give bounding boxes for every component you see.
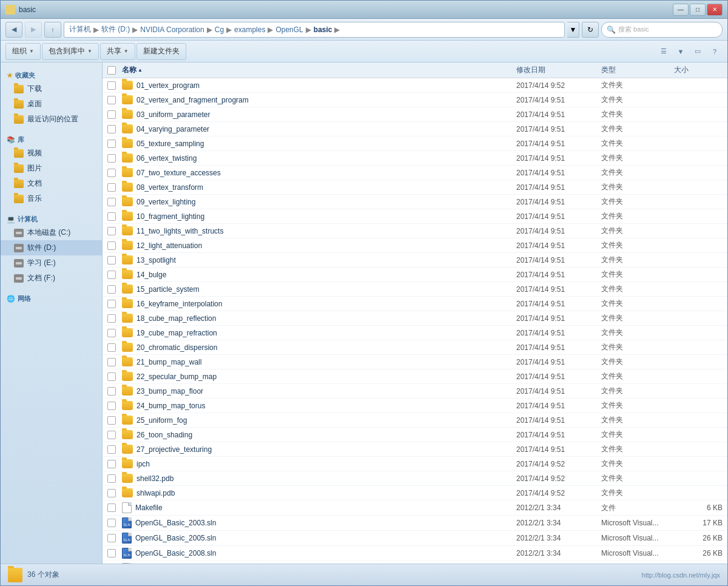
header-size[interactable]: 大小 xyxy=(674,65,723,75)
row-checkbox[interactable] xyxy=(107,110,116,119)
row-checkbox[interactable] xyxy=(107,489,116,497)
row-checkbox[interactable] xyxy=(107,169,116,177)
row-checkbox[interactable] xyxy=(107,227,116,235)
sidebar-item-f-drive[interactable]: 文档 (F:) xyxy=(1,271,102,286)
table-row[interactable]: 27_projective_texturing 2017/4/14 9:51 文… xyxy=(103,442,727,457)
new-folder-button[interactable]: 新建文件夹 xyxy=(136,43,186,60)
sidebar-item-pictures[interactable]: 图片 xyxy=(1,161,102,176)
row-checkbox[interactable] xyxy=(107,445,116,454)
preview-pane-button[interactable]: ▭ xyxy=(690,45,706,58)
row-checkbox[interactable] xyxy=(107,183,116,192)
share-button[interactable]: 共享 ▼ xyxy=(100,43,135,60)
forward-button[interactable]: ▶ xyxy=(25,22,42,38)
table-row[interactable]: SLN OpenGL_Basic_2003.sln 2012/2/1 3:34 … xyxy=(103,516,727,531)
search-box[interactable]: 🔍 搜索 basic xyxy=(601,22,723,38)
maximize-button[interactable]: □ xyxy=(690,4,706,16)
table-row[interactable]: SLN OpenGL_Basic_2005.sln 2012/2/1 3:34 … xyxy=(103,531,727,546)
table-row[interactable]: 05_texture_sampling 2017/4/14 9:51 文件夹 xyxy=(103,136,727,151)
sidebar-item-documents[interactable]: 文档 xyxy=(1,176,102,191)
table-row[interactable]: 02_vertex_and_fragment_program 2017/4/14… xyxy=(103,93,727,107)
row-checkbox[interactable] xyxy=(107,358,116,366)
address-dropdown-button[interactable]: ▼ xyxy=(567,22,579,38)
row-checkbox[interactable] xyxy=(107,431,116,439)
row-checkbox[interactable] xyxy=(107,81,116,90)
table-row[interactable]: Makefile 2012/2/1 3:34 文件 6 KB xyxy=(103,500,727,516)
sidebar-item-desktop[interactable]: 桌面 xyxy=(1,96,102,112)
row-checkbox[interactable] xyxy=(107,241,116,250)
table-row[interactable]: 03_uniform_parameter 2017/4/14 9:51 文件夹 xyxy=(103,107,727,122)
table-row[interactable]: 25_uniform_fog 2017/4/14 9:51 文件夹 xyxy=(103,413,727,428)
row-checkbox[interactable] xyxy=(107,212,116,221)
table-row[interactable]: 08_vertex_transform 2017/4/14 9:51 文件夹 xyxy=(103,180,727,195)
minimize-button[interactable]: — xyxy=(673,4,689,16)
table-row[interactable]: 15_particle_system 2017/4/14 9:51 文件夹 xyxy=(103,282,727,297)
row-checkbox[interactable] xyxy=(107,314,116,323)
row-checkbox[interactable] xyxy=(107,460,116,468)
table-row[interactable]: 04_varying_parameter 2017/4/14 9:51 文件夹 xyxy=(103,122,727,136)
select-all-checkbox[interactable] xyxy=(107,66,116,75)
row-checkbox[interactable] xyxy=(107,198,116,206)
row-checkbox[interactable] xyxy=(107,329,116,337)
row-checkbox[interactable] xyxy=(107,256,116,264)
table-row[interactable]: 20_chromatic_dispersion 2017/4/14 9:51 文… xyxy=(103,340,727,355)
table-row[interactable]: shlwapi.pdb 2017/4/14 9:52 文件夹 xyxy=(103,486,727,500)
organize-button[interactable]: 组织 ▼ xyxy=(5,43,41,60)
table-row[interactable]: 06_vertex_twisting 2017/4/14 9:51 文件夹 xyxy=(103,151,727,166)
table-row[interactable]: ipch 2017/4/14 9:52 文件夹 xyxy=(103,457,727,471)
row-checkbox[interactable] xyxy=(107,285,116,294)
table-row[interactable]: 24_bump_map_torus 2017/4/14 9:51 文件夹 xyxy=(103,399,727,413)
sidebar-item-video[interactable]: 视频 xyxy=(1,146,102,161)
table-row[interactable]: 21_bump_map_wall 2017/4/14 9:51 文件夹 xyxy=(103,355,727,369)
table-row[interactable]: 19_cube_map_refraction 2017/4/14 9:51 文件… xyxy=(103,326,727,340)
address-path[interactable]: 计算机 ▶ 软件 (D:) ▶ NVIDIA Corporation ▶ Cg … xyxy=(64,22,565,38)
view-dropdown-button[interactable]: ▼ xyxy=(673,45,689,58)
row-checkbox[interactable] xyxy=(107,474,116,483)
up-button[interactable]: ↑ xyxy=(44,22,61,38)
sidebar-item-d-drive[interactable]: 软件 (D:) xyxy=(1,240,102,255)
row-checkbox[interactable] xyxy=(107,416,116,425)
header-date[interactable]: 修改日期 xyxy=(516,65,601,75)
table-row[interactable]: 09_vertex_lighting 2017/4/14 9:51 文件夹 xyxy=(103,195,727,209)
row-checkbox[interactable] xyxy=(107,387,116,396)
row-checkbox[interactable] xyxy=(107,372,116,381)
row-checkbox[interactable] xyxy=(107,300,116,308)
row-checkbox[interactable] xyxy=(107,519,116,527)
table-row[interactable]: 07_two_texture_accesses 2017/4/14 9:51 文… xyxy=(103,166,727,180)
row-checkbox[interactable] xyxy=(107,271,116,279)
back-button[interactable]: ◀ xyxy=(5,22,22,38)
table-row[interactable]: 12_light_attenuation 2017/4/14 9:51 文件夹 xyxy=(103,238,727,253)
sidebar-item-e-drive[interactable]: 学习 (E:) xyxy=(1,255,102,271)
table-row[interactable]: 23_bump_map_floor 2017/4/14 9:51 文件夹 xyxy=(103,384,727,399)
row-checkbox[interactable] xyxy=(107,402,116,410)
table-row[interactable]: 13_spotlight 2017/4/14 9:51 文件夹 xyxy=(103,253,727,268)
row-checkbox[interactable] xyxy=(107,125,116,133)
table-row[interactable]: 14_bulge 2017/4/14 9:51 文件夹 xyxy=(103,268,727,282)
row-checkbox[interactable] xyxy=(107,549,116,557)
row-checkbox[interactable] xyxy=(107,154,116,163)
table-row[interactable]: 26_toon_shading 2017/4/14 9:51 文件夹 xyxy=(103,428,727,442)
table-row[interactable]: shell32.pdb 2017/4/14 9:52 文件夹 xyxy=(103,471,727,486)
view-details-button[interactable]: ☰ xyxy=(656,45,672,58)
table-row[interactable]: 18_cube_map_reflection 2017/4/14 9:51 文件… xyxy=(103,311,727,326)
sidebar-item-c-drive[interactable]: 本地磁盘 (C:) xyxy=(1,225,102,240)
row-checkbox[interactable] xyxy=(107,534,116,542)
header-name[interactable]: 名称 ▲ xyxy=(122,65,516,75)
table-row[interactable]: 10_fragment_lighting 2017/4/14 9:51 文件夹 xyxy=(103,209,727,224)
sidebar-item-recent[interactable]: 最近访问的位置 xyxy=(1,112,102,127)
close-button[interactable]: ✕ xyxy=(707,4,723,16)
include-lib-button[interactable]: 包含到库中 ▼ xyxy=(42,43,99,60)
table-row[interactable]: SLN OpenGL_Basic_2008.sln 2012/2/1 3:34 … xyxy=(103,546,727,561)
row-checkbox[interactable] xyxy=(107,343,116,352)
refresh-button[interactable]: ↻ xyxy=(582,22,599,38)
row-checkbox[interactable] xyxy=(107,140,116,148)
table-row[interactable]: 16_keyframe_interpolation 2017/4/14 9:51… xyxy=(103,297,727,311)
help-button[interactable]: ? xyxy=(707,45,723,58)
table-row[interactable]: 01_vertex_program 2017/4/14 9:52 文件夹 xyxy=(103,78,727,93)
row-checkbox[interactable] xyxy=(107,96,116,104)
row-checkbox[interactable] xyxy=(107,503,116,512)
header-type[interactable]: 类型 xyxy=(601,65,674,75)
table-row[interactable]: 11_two_lights_with_structs 2017/4/14 9:5… xyxy=(103,224,727,238)
sidebar-item-downloads[interactable]: 下载 xyxy=(1,81,102,96)
sidebar-item-music[interactable]: 音乐 xyxy=(1,191,102,206)
table-row[interactable]: 22_specular_bump_map 2017/4/14 9:51 文件夹 xyxy=(103,369,727,384)
